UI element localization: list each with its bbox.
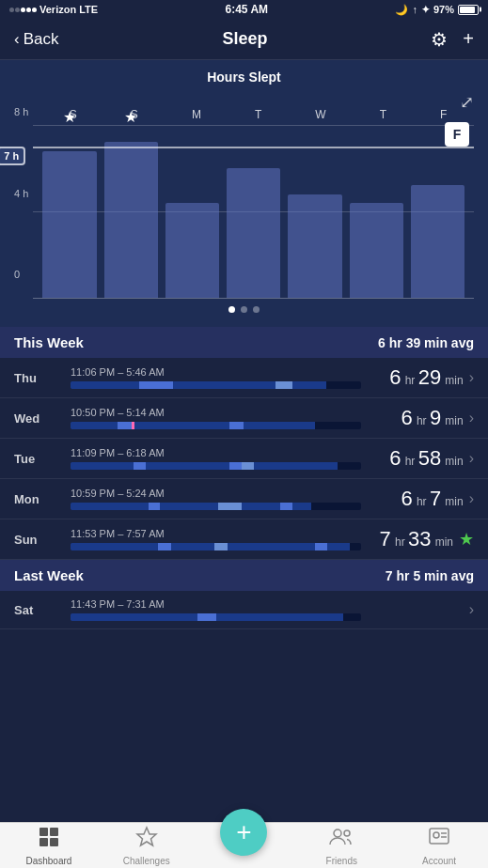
- chart-area: Hours Slept F ⤢ 8 h 4 h 0 S S M T W T F: [0, 60, 488, 327]
- account-icon: [428, 826, 450, 854]
- star-icon-s1: ★: [63, 108, 76, 126]
- bar-fill-t1: [227, 168, 280, 298]
- bar-fill-m: [165, 203, 219, 298]
- sleep-dur-text-wed: 6 hr 9 min: [401, 406, 463, 430]
- gear-icon[interactable]: ⚙: [431, 28, 448, 51]
- tab-friends[interactable]: Friends: [292, 823, 390, 868]
- sleep-fill-sun: [71, 543, 350, 550]
- indicator-2[interactable]: [241, 306, 247, 313]
- add-icon[interactable]: +: [463, 28, 474, 50]
- last-week-header: Last Week 7 hr 5 min avg: [0, 560, 488, 591]
- bar-w[interactable]: [288, 125, 341, 298]
- bar-t1[interactable]: [227, 125, 280, 298]
- tab-account[interactable]: Account: [390, 823, 488, 868]
- bar-s2[interactable]: ★: [104, 125, 158, 298]
- tab-challenges[interactable]: Challenges: [98, 823, 196, 868]
- signal-dot-3: [21, 8, 25, 12]
- sleep-track-tue: [71, 462, 361, 470]
- nav-bar: ‹ Back Sleep ⚙ +: [0, 19, 488, 60]
- bar-fill-s1: [42, 151, 96, 298]
- sleep-fill-tue: [71, 462, 338, 470]
- sleep-detail-tue: 11:09 PM – 6:18 AM: [71, 447, 361, 470]
- status-icons: 🌙 ↑ ✦ 97%: [395, 4, 479, 16]
- sleep-track-thu: [71, 381, 361, 389]
- day-labels: S S M T W T F: [33, 108, 474, 121]
- sleep-item-mon[interactable]: Mon 10:59 PM – 5:24 AM: [0, 479, 488, 519]
- back-label: Back: [24, 30, 59, 49]
- chevron-icon-mon: ›: [469, 490, 474, 507]
- sleep-day-tue: Tue: [14, 452, 61, 466]
- tab-add[interactable]: +: [196, 823, 293, 868]
- sleep-day-mon: Mon: [14, 492, 61, 506]
- sleep-detail-wed: 10:50 PM – 5:14 AM: [71, 407, 361, 429]
- sleep-detail-sun: 11:53 PM – 7:57 AM: [71, 528, 361, 550]
- tab-challenges-label: Challenges: [123, 856, 170, 866]
- sleep-detail-sat: 11:43 PM – 7:31 AM: [71, 598, 361, 621]
- sleep-item-wed[interactable]: Wed 10:50 PM – 5:14 AM 6: [0, 398, 488, 439]
- svg-point-6: [344, 830, 350, 836]
- bar-fill-f: [411, 185, 464, 298]
- bar-s1[interactable]: ★: [42, 125, 96, 298]
- bluetooth-icon: ✦: [421, 4, 430, 16]
- sleep-time-tue: 11:09 PM – 6:18 AM: [71, 447, 361, 458]
- svg-rect-3: [50, 838, 58, 846]
- sleep-fill-sat: [71, 613, 343, 621]
- sleep-item-tue[interactable]: Tue 11:09 PM – 6:18 AM 6: [0, 439, 488, 479]
- last-week-avg: 7 hr 5 min avg: [386, 568, 474, 583]
- sleep-item-sat[interactable]: Sat 11:43 PM – 7:31 AM ›: [0, 591, 488, 629]
- indicator-1[interactable]: [228, 306, 235, 313]
- sleep-item-sun[interactable]: Sun 11:53 PM – 7:57 AM: [0, 519, 488, 560]
- sleep-duration-tue: 6 hr 58 min ›: [370, 446, 474, 471]
- sleep-duration-wed: 6 hr 9 min ›: [370, 406, 474, 430]
- svg-rect-1: [50, 828, 58, 836]
- page-indicators: [14, 306, 474, 313]
- sleep-time-mon: 10:59 PM – 5:24 AM: [71, 488, 361, 499]
- goal-star-icon: ★: [459, 529, 474, 550]
- y-axis: 8 h 4 h 0: [14, 106, 28, 280]
- sleep-duration-sun: 7 hr 33 min ★: [370, 527, 474, 551]
- sleep-track-wed: [71, 422, 361, 429]
- star-icon-s2: ★: [124, 108, 137, 126]
- network-type: LTE: [79, 4, 98, 15]
- sleep-track-sun: [71, 543, 361, 550]
- tab-dashboard[interactable]: Dashboard: [0, 823, 98, 868]
- location-icon: ↑: [412, 4, 417, 15]
- battery-icon: [458, 5, 479, 15]
- this-week-header: This Week 6 hr 39 min avg: [0, 327, 488, 358]
- bars-container: 7 h ★ ★: [33, 125, 474, 299]
- sleep-dur-text-mon: 6 hr 7 min: [401, 487, 463, 511]
- svg-point-5: [334, 829, 341, 837]
- bar-fill-t2: [350, 203, 403, 298]
- sleep-day-sat: Sat: [14, 603, 61, 617]
- bar-m[interactable]: [165, 125, 219, 298]
- signal-dot-5: [32, 8, 37, 12]
- carrier-name: Verizon: [39, 4, 76, 15]
- chevron-icon-thu: ›: [469, 369, 474, 386]
- add-plus-icon[interactable]: +: [220, 809, 267, 856]
- indicator-3[interactable]: [253, 306, 260, 313]
- svg-marker-4: [137, 828, 156, 845]
- y-label-8h: 8 h: [14, 106, 28, 117]
- sleep-track-sat: [71, 613, 361, 621]
- sleep-item-thu[interactable]: Thu 11:06 PM – 5:46 AM 6 hr: [0, 358, 488, 398]
- sleep-fill-mon: [71, 503, 311, 510]
- tab-bar: Dashboard Challenges + Friends: [0, 822, 488, 868]
- last-week-label: Last Week: [14, 567, 84, 583]
- signal-dot-1: [9, 8, 14, 12]
- challenges-icon: [135, 826, 158, 854]
- chevron-icon-wed: ›: [469, 410, 474, 426]
- day-label-t2: T: [380, 108, 386, 121]
- sleep-track-mon: [71, 503, 361, 510]
- bar-t2[interactable]: [350, 125, 403, 298]
- tab-friends-label: Friends: [326, 856, 357, 866]
- day-label-w: W: [315, 108, 325, 121]
- svg-rect-2: [39, 838, 48, 846]
- sleep-day-thu: Thu: [14, 371, 61, 385]
- goal-line: 7 h: [33, 147, 474, 148]
- bar-f[interactable]: [411, 125, 464, 298]
- sleep-day-wed: Wed: [14, 411, 61, 426]
- signal-dot-2: [15, 8, 20, 12]
- page-title: Sleep: [222, 29, 267, 49]
- bar-fill-w: [288, 194, 341, 298]
- back-button[interactable]: ‹ Back: [14, 30, 58, 49]
